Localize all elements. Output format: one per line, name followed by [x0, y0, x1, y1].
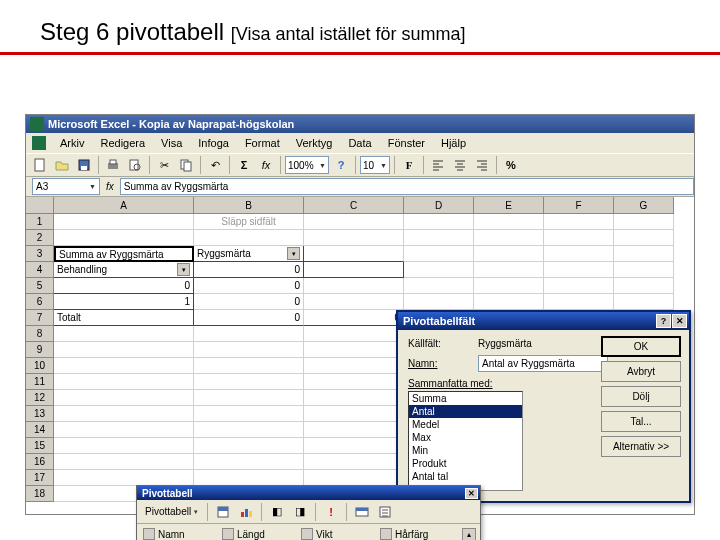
percent-icon[interactable]: %: [501, 155, 521, 175]
cell[interactable]: [304, 438, 404, 454]
hide-button[interactable]: Dölj: [601, 386, 681, 407]
cell[interactable]: [194, 470, 304, 486]
cell[interactable]: [54, 470, 194, 486]
cell[interactable]: [194, 230, 304, 246]
menu-fonster[interactable]: Fönster: [380, 135, 433, 151]
cell[interactable]: [614, 214, 674, 230]
menu-redigera[interactable]: Redigera: [92, 135, 153, 151]
cell[interactable]: [54, 406, 194, 422]
cell[interactable]: [194, 406, 304, 422]
cell[interactable]: [194, 326, 304, 342]
row-header[interactable]: 2: [26, 230, 54, 246]
row-header[interactable]: 5: [26, 278, 54, 294]
cell[interactable]: [544, 294, 614, 310]
bold-icon[interactable]: F: [399, 155, 419, 175]
row-header[interactable]: 17: [26, 470, 54, 486]
row-header[interactable]: 16: [26, 454, 54, 470]
cell[interactable]: [304, 262, 404, 278]
field-list-icon[interactable]: [375, 502, 395, 522]
cell[interactable]: [474, 214, 544, 230]
cell[interactable]: [54, 230, 194, 246]
align-right-icon[interactable]: [472, 155, 492, 175]
cell[interactable]: [304, 406, 404, 422]
pivot-field[interactable]: Längd: [222, 528, 287, 540]
cell[interactable]: [404, 246, 474, 262]
col-header-c[interactable]: C: [304, 197, 404, 214]
menu-verktyg[interactable]: Verktyg: [288, 135, 341, 151]
cancel-button[interactable]: Avbryt: [601, 361, 681, 382]
name-box[interactable]: A3▼: [32, 178, 100, 195]
cell[interactable]: [544, 278, 614, 294]
list-option[interactable]: Produkt: [409, 457, 522, 470]
list-option[interactable]: Medel: [409, 418, 522, 431]
show-detail-icon[interactable]: ◨: [290, 502, 310, 522]
menu-visa[interactable]: Visa: [153, 135, 190, 151]
print-icon[interactable]: [103, 155, 123, 175]
list-option[interactable]: Min: [409, 444, 522, 457]
cut-icon[interactable]: ✂: [154, 155, 174, 175]
wizard-icon[interactable]: [213, 502, 233, 522]
row-header[interactable]: 1: [26, 214, 54, 230]
hide-detail-icon[interactable]: ◧: [267, 502, 287, 522]
scroll-up-icon[interactable]: ▴: [462, 528, 476, 540]
fontsize-combo[interactable]: 10▼: [360, 156, 390, 174]
row-header[interactable]: 13: [26, 406, 54, 422]
dropdown-icon[interactable]: ▾: [287, 247, 300, 260]
col-header-a[interactable]: A: [54, 197, 194, 214]
summarize-listbox[interactable]: SummaAntalMedelMaxMinProduktAntal tal: [408, 391, 523, 491]
cell[interactable]: [404, 262, 474, 278]
row-header[interactable]: 14: [26, 422, 54, 438]
cell[interactable]: Behandling▾: [54, 262, 194, 278]
fx-label[interactable]: fx: [106, 181, 114, 192]
cell[interactable]: [194, 342, 304, 358]
cell[interactable]: [614, 230, 674, 246]
cell[interactable]: [194, 358, 304, 374]
cell[interactable]: [194, 390, 304, 406]
cell[interactable]: [404, 214, 474, 230]
row-header[interactable]: 12: [26, 390, 54, 406]
row-header[interactable]: 8: [26, 326, 54, 342]
pivot-field[interactable]: Namn: [143, 528, 208, 540]
list-option[interactable]: Antal tal: [409, 470, 522, 483]
pivot-menu[interactable]: Pivottabell ▾: [141, 504, 202, 519]
ok-button[interactable]: OK: [601, 336, 681, 357]
cell[interactable]: [304, 358, 404, 374]
cell[interactable]: [54, 214, 194, 230]
row-header[interactable]: 3: [26, 246, 54, 262]
pivot-field[interactable]: Hårfärg: [380, 528, 445, 540]
row-header[interactable]: 11: [26, 374, 54, 390]
cell[interactable]: [194, 438, 304, 454]
cell[interactable]: Summa av Ryggsmärta: [54, 246, 194, 262]
formula-input[interactable]: Summa av Ryggsmärta: [120, 178, 694, 195]
preview-icon[interactable]: [125, 155, 145, 175]
cell[interactable]: [544, 230, 614, 246]
row-header[interactable]: 10: [26, 358, 54, 374]
list-option[interactable]: Antal: [409, 405, 522, 418]
cell[interactable]: [474, 294, 544, 310]
cell[interactable]: [614, 262, 674, 278]
cell[interactable]: [194, 454, 304, 470]
cell[interactable]: Släpp sidfält: [194, 214, 304, 230]
cell[interactable]: 0: [194, 262, 304, 278]
pivot-toolbar[interactable]: Pivottabell ✕ Pivottabell ▾ ◧ ◨ ! NamnLä…: [136, 485, 481, 540]
align-left-icon[interactable]: [428, 155, 448, 175]
cell[interactable]: [544, 214, 614, 230]
cell[interactable]: [54, 422, 194, 438]
cell[interactable]: [304, 454, 404, 470]
cell[interactable]: 0: [194, 294, 304, 310]
cell[interactable]: [474, 230, 544, 246]
open-icon[interactable]: [52, 155, 72, 175]
col-header-e[interactable]: E: [474, 197, 544, 214]
options-button[interactable]: Alternativ >>: [601, 436, 681, 457]
name-input[interactable]: Antal av Ryggsmärta: [478, 355, 608, 372]
cell[interactable]: [404, 294, 474, 310]
pivot-field[interactable]: Vikt: [301, 528, 366, 540]
undo-icon[interactable]: ↶: [205, 155, 225, 175]
list-option[interactable]: Summa: [409, 392, 522, 405]
cell[interactable]: [544, 246, 614, 262]
row-header[interactable]: 6: [26, 294, 54, 310]
cell[interactable]: [54, 438, 194, 454]
menu-infoga[interactable]: Infoga: [190, 135, 237, 151]
select-all-corner[interactable]: [26, 197, 54, 214]
help-icon[interactable]: ?: [331, 155, 351, 175]
